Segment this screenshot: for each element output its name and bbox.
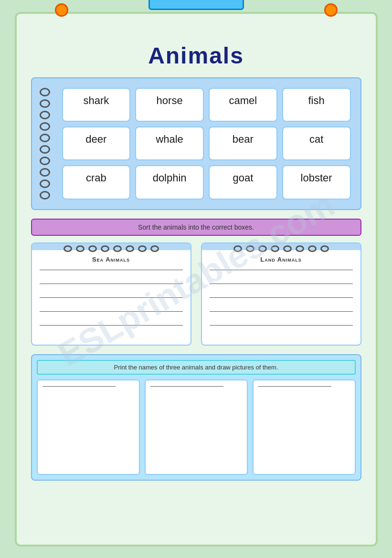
word-card: dolphin bbox=[135, 165, 204, 199]
drawing-name-line bbox=[42, 386, 116, 387]
notebook-line bbox=[210, 270, 353, 270]
word-card: whale bbox=[135, 126, 204, 160]
notebook-ring bbox=[296, 245, 304, 252]
spiral-ring bbox=[40, 122, 50, 131]
notebook-ring bbox=[246, 245, 254, 252]
spiral-ring bbox=[40, 99, 50, 108]
notebook-line bbox=[40, 270, 183, 270]
clipboard: ESLprintables.com Animals sharkhorsecame… bbox=[15, 12, 378, 547]
notebook-ring bbox=[126, 245, 134, 252]
spiral-ring bbox=[40, 134, 50, 142]
drawing-section: Print the names of three animals and dra… bbox=[31, 354, 361, 481]
spiral bbox=[32, 84, 58, 203]
drawing-box-3 bbox=[253, 379, 356, 475]
word-card: lobster bbox=[282, 165, 351, 199]
notebook-ring bbox=[113, 245, 122, 252]
notebook-ring bbox=[320, 245, 329, 252]
drawing-name-line bbox=[150, 386, 224, 387]
word-grid-container: sharkhorsecamelfishdeerwhalebearcatcrabd… bbox=[31, 77, 361, 210]
sea-notebook-content: Sea Animals bbox=[32, 250, 191, 345]
word-card: shark bbox=[62, 88, 131, 122]
notebook-ring bbox=[233, 245, 242, 252]
land-animals-notebook: Land Animals bbox=[201, 242, 361, 346]
sea-notebook-rings bbox=[32, 243, 191, 250]
clipboard-clips bbox=[17, 3, 376, 17]
notebook-ring bbox=[283, 245, 292, 252]
notebooks-section: Sea Animals Land Animals bbox=[31, 242, 361, 346]
notebook-ring bbox=[308, 245, 317, 252]
page-title: Animals bbox=[31, 42, 361, 69]
sort-instruction: Sort the animals into the correct boxes. bbox=[31, 219, 361, 236]
drawing-box-1 bbox=[37, 379, 140, 475]
word-card: deer bbox=[62, 126, 131, 160]
right-clip bbox=[324, 3, 338, 17]
spiral-ring bbox=[40, 157, 50, 165]
notebook-ring bbox=[258, 245, 267, 252]
notebook-ring bbox=[88, 245, 97, 252]
word-card: cat bbox=[282, 126, 351, 160]
word-card: goat bbox=[209, 165, 277, 199]
word-card: bear bbox=[209, 126, 277, 160]
spiral-ring bbox=[40, 191, 50, 200]
land-animals-label: Land Animals bbox=[210, 256, 353, 263]
land-notebook-content: Land Animals bbox=[202, 250, 360, 345]
notebook-ring bbox=[271, 245, 279, 252]
sea-animals-notebook: Sea Animals bbox=[31, 242, 191, 346]
drawing-box-2 bbox=[145, 379, 248, 475]
notebook-ring bbox=[138, 245, 147, 252]
notebook-ring bbox=[101, 245, 109, 252]
notebook-line bbox=[210, 284, 353, 284]
notebook-line bbox=[40, 325, 183, 326]
spiral-ring bbox=[40, 88, 50, 96]
drawing-instruction: Print the names of three animals and dra… bbox=[37, 360, 356, 375]
notebook-line bbox=[40, 284, 183, 284]
clipboard-clip-center bbox=[148, 0, 244, 10]
notebook-ring bbox=[76, 245, 85, 252]
notebook-line bbox=[40, 311, 183, 312]
sea-animals-label: Sea Animals bbox=[40, 256, 183, 263]
notebook-line bbox=[210, 325, 353, 326]
word-card: crab bbox=[62, 165, 131, 199]
spiral-ring bbox=[40, 145, 50, 154]
spiral-ring bbox=[40, 179, 50, 188]
notebook-ring bbox=[64, 245, 72, 252]
notebook-ring bbox=[150, 245, 159, 252]
word-card: fish bbox=[282, 88, 351, 122]
word-card: horse bbox=[135, 88, 204, 122]
word-card: camel bbox=[209, 88, 277, 122]
land-notebook-rings bbox=[202, 243, 360, 250]
notebook-line bbox=[210, 297, 353, 298]
notebook-line bbox=[210, 311, 353, 312]
drawing-boxes bbox=[37, 379, 356, 475]
spiral-ring bbox=[40, 168, 50, 177]
word-grid: sharkhorsecamelfishdeerwhalebearcatcrabd… bbox=[58, 84, 355, 203]
drawing-name-line bbox=[258, 386, 332, 387]
left-clip bbox=[55, 3, 68, 17]
notebook-line bbox=[40, 297, 183, 298]
spiral-ring bbox=[40, 111, 50, 119]
